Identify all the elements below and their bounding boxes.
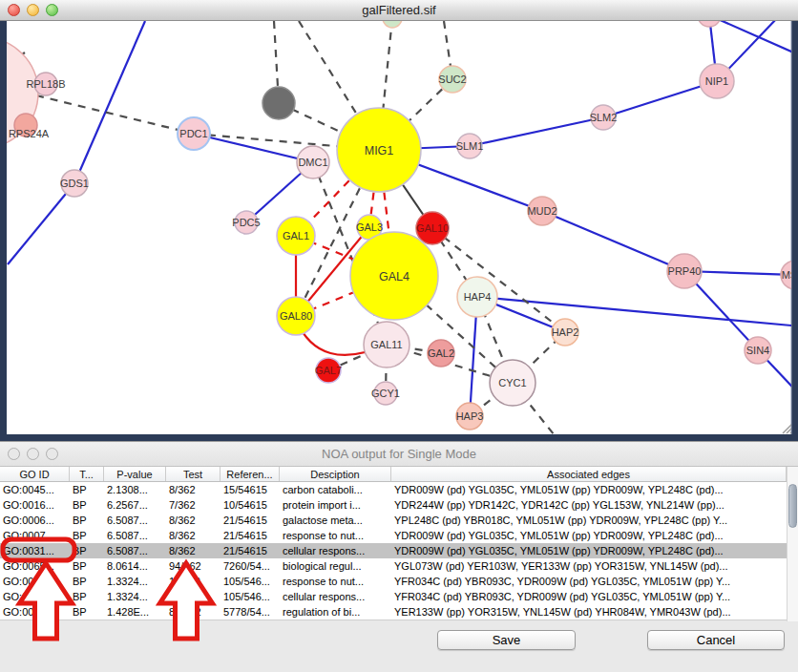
col-header-description[interactable]: Desciption xyxy=(280,467,391,481)
svg-text:GAL80: GAL80 xyxy=(280,310,312,322)
cell-go-id: GO:0031... xyxy=(0,589,70,604)
table-row[interactable]: GO:0050...BP1.428E...80/3625778/54...reg… xyxy=(0,604,798,620)
table-body: GO:0045...BP2.1308...8/36215/54615carbon… xyxy=(0,482,798,620)
cell-edges: YDR009W (pd) YGL035C, YML051W (pp) YDR00… xyxy=(391,482,787,497)
network-canvas[interactable]: RPL18B RPS24A GDS1 PDC1 xyxy=(0,21,798,441)
node-pdc1[interactable]: PDC1 xyxy=(178,117,210,150)
node-gal11[interactable]: GAL11 xyxy=(364,322,410,368)
node-mud2[interactable]: MUD2 xyxy=(527,197,556,225)
cell-go-id: GO:0006... xyxy=(0,513,70,528)
cell-go-id: GO:0045... xyxy=(0,482,70,497)
svg-text:RPL18B: RPL18B xyxy=(27,78,66,90)
node-nip1[interactable]: NIP1 xyxy=(700,64,734,98)
cell-go-id: GO:0031... xyxy=(0,543,70,558)
noa-window-titlebar[interactable]: NOA output for Single Mode xyxy=(0,442,798,467)
col-header-go-id[interactable]: GO ID xyxy=(0,467,70,481)
node-gal10[interactable]: GAL10 xyxy=(416,212,449,244)
node-suc2[interactable]: SUC2 xyxy=(438,66,466,93)
cell-edges: YFR034C (pd) YBR093C, YDR009W (pd) YGL03… xyxy=(391,589,787,604)
cell-reference: 21/54615 xyxy=(220,543,280,558)
svg-text:GDS1: GDS1 xyxy=(60,178,89,189)
cell-go-id: GO:0065... xyxy=(0,558,70,574)
node-dmc1[interactable]: DMC1 xyxy=(297,146,329,178)
svg-text:GCY1: GCY1 xyxy=(371,388,400,399)
node-hap4[interactable]: HAP4 xyxy=(457,277,497,317)
cell-description: protein import i... xyxy=(280,497,391,513)
save-button[interactable]: Save xyxy=(437,630,576,650)
cell-edges: YPL248C (pd) YBR018C, YML051W (pp) YDR00… xyxy=(391,513,787,528)
cell-description: carbon cataboli... xyxy=(280,482,391,497)
cell-go-id: GO:0050... xyxy=(0,604,70,620)
svg-text:SLM2: SLM2 xyxy=(590,112,618,123)
col-header-test[interactable]: Test xyxy=(166,467,220,481)
table-scrollbar[interactable] xyxy=(787,467,798,621)
cell-description: cellular respons... xyxy=(280,589,391,604)
network-window-titlebar[interactable]: galFiltered.sif xyxy=(0,0,798,21)
cell-type: BP xyxy=(70,528,104,543)
table-row[interactable]: GO:0016...BP6.2567...7/36210/54615protei… xyxy=(0,497,798,513)
col-header-type[interactable]: T... xyxy=(70,467,104,481)
node-gal80[interactable]: GAL80 xyxy=(277,297,315,335)
svg-text:SLM1: SLM1 xyxy=(456,140,484,152)
node-slm1[interactable]: SLM1 xyxy=(456,134,484,158)
node-gal1[interactable]: GAL1 xyxy=(277,217,315,255)
cell-description: galactose meta... xyxy=(280,513,391,528)
cell-p-value: 2.1308... xyxy=(104,482,166,497)
node-hap3[interactable]: HAP3 xyxy=(456,403,484,430)
screen: { "top_window": { "title": "galFiltered.… xyxy=(0,0,798,672)
table-row[interactable]: GO:0031...BP1.3324...11/362105/546...res… xyxy=(0,574,798,589)
svg-text:HAP4: HAP4 xyxy=(464,291,492,303)
cell-reference: 105/546... xyxy=(220,589,280,604)
table-row-selected[interactable]: GO:0031...BP6.5087...8/36221/54615cellul… xyxy=(0,543,798,558)
cell-type: BP xyxy=(70,558,104,574)
node-unlabeled-gray[interactable] xyxy=(262,87,295,119)
cell-reference: 5778/54... xyxy=(220,604,280,620)
col-header-p-value[interactable]: P-value xyxy=(104,467,166,481)
node-hap2[interactable]: HAP2 xyxy=(552,319,579,346)
scrollbar-thumb[interactable] xyxy=(788,484,797,528)
table-row[interactable]: GO:0006...BP6.5087...8/36221/54615galact… xyxy=(0,513,798,528)
cell-test: 8/362 xyxy=(166,543,220,558)
window-title: NOA output for Single Mode xyxy=(0,447,798,461)
cell-type: BP xyxy=(70,589,104,604)
table-row[interactable]: GO:0045...BP2.1308...8/36215/54615carbon… xyxy=(0,482,798,497)
node-gds1[interactable]: GDS1 xyxy=(60,170,89,197)
node-gal7[interactable]: GAL7 xyxy=(315,358,342,383)
col-header-associated-edges[interactable]: Associated edges xyxy=(391,467,787,481)
cell-edges: YGL073W (pd) YER103W, YER133W (pp) YOR31… xyxy=(391,558,787,574)
cell-p-value: 6.5087... xyxy=(104,528,166,543)
node-prp40[interactable]: PRP40 xyxy=(667,254,702,288)
col-header-reference[interactable]: Referen... xyxy=(220,467,280,481)
node-slm2[interactable]: SLM2 xyxy=(590,105,618,130)
cell-type: BP xyxy=(70,513,104,528)
cell-test: 7/362 xyxy=(166,497,220,513)
node-sin4[interactable]: SIN4 xyxy=(745,337,771,364)
cell-type: BP xyxy=(70,482,104,497)
svg-text:GAL1: GAL1 xyxy=(283,230,309,242)
cell-reference: 15/54615 xyxy=(220,482,280,497)
cell-description: cellular respons... xyxy=(280,543,391,558)
node-gal2[interactable]: GAL2 xyxy=(428,340,454,367)
cell-test: 11/362 xyxy=(166,589,220,604)
svg-text:CYC1: CYC1 xyxy=(498,377,526,388)
svg-text:SUC2: SUC2 xyxy=(438,74,466,85)
cell-p-value: 1.3324... xyxy=(104,574,166,589)
table-row[interactable]: GO:0065...BP8.0614...94/3627260/54...bio… xyxy=(0,558,798,574)
table-row[interactable]: GO:0031...BP1.3324...11/362105/546...cel… xyxy=(0,589,798,604)
svg-text:HAP2: HAP2 xyxy=(552,326,579,338)
cell-description: response to nut... xyxy=(280,528,391,543)
cell-go-id: GO:0031... xyxy=(0,574,70,589)
node-mig1[interactable]: MIG1 xyxy=(337,108,421,192)
node-cyc1[interactable]: CYC1 xyxy=(490,360,536,406)
table-row[interactable]: GO:0007...BP6.5087...8/36221/54615respon… xyxy=(0,528,798,543)
cell-edges: YDR244W (pp) YDR142C, YDR142C (pp) YGL15… xyxy=(391,497,787,513)
cell-type: BP xyxy=(70,574,104,589)
cell-p-value: 6.2567... xyxy=(104,497,166,513)
cell-description: biological regul... xyxy=(280,558,391,574)
cell-type: BP xyxy=(70,543,104,558)
cell-edges: YER133W (pp) YOR315W, YNL145W (pd) YHR08… xyxy=(391,604,787,620)
svg-text:GAL3: GAL3 xyxy=(356,221,383,233)
node-gal4[interactable]: GAL4 xyxy=(350,232,438,320)
cell-test: 11/362 xyxy=(166,574,220,589)
cancel-button[interactable]: Cancel xyxy=(647,630,785,650)
